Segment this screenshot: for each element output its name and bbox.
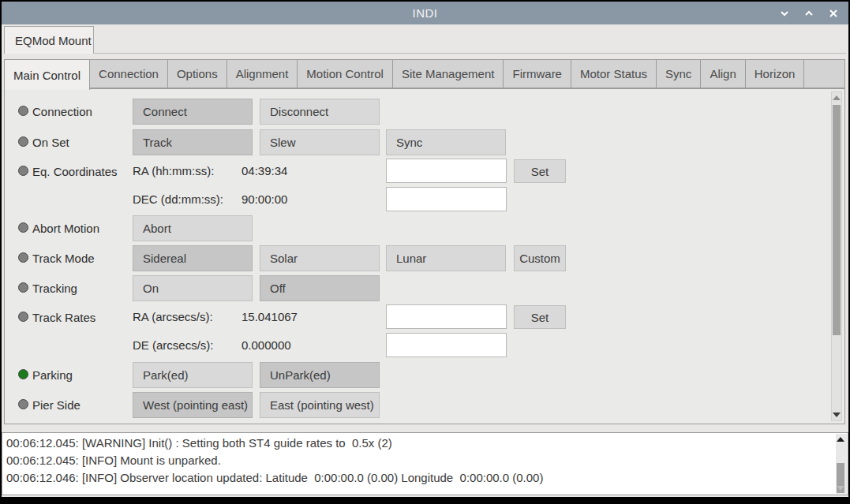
log-line: 00:06:12.045: [INFO] Mount is unparked. — [6, 452, 844, 469]
pier-side-led — [18, 399, 28, 409]
log-line: 00:06:12.045: [WARNING] Init() : Setting… — [6, 435, 844, 452]
titlebar[interactable]: INDI — [2, 2, 848, 24]
log-scroll-up-button[interactable] — [836, 434, 845, 445]
de-rate-name: DE (arcsecs/s): — [133, 333, 214, 357]
eq-coordinates-row: Eq. Coordinates RA (hh:mm:ss): 04:39:34 … — [5, 159, 844, 188]
track-mode-row: Track Mode Sidereal Solar Lunar Custom — [5, 245, 844, 274]
log-line: 00:06:12.046: [INFO] Observer location u… — [6, 469, 844, 487]
ra-coordinate-value: 04:39:34 — [242, 159, 287, 183]
minimize-icon[interactable] — [779, 8, 790, 19]
tab-site-management[interactable]: Site Management — [393, 59, 504, 88]
track-rates-row: Track Rates RA (arcsecs/s): 15.041067 Se… — [5, 304, 844, 334]
tab-motion-control[interactable]: Motion Control — [298, 59, 393, 88]
park-button[interactable]: Park(ed) — [133, 362, 253, 388]
tracking-off-button[interactable]: Off — [260, 275, 380, 301]
unpark-button[interactable]: UnPark(ed) — [260, 362, 380, 388]
tab-eqmod-mount[interactable]: EQMod Mount — [4, 26, 94, 54]
screen: INDI EQMod Mount Main Control Connection… — [0, 0, 850, 504]
abort-motion-label: Abort Motion — [32, 215, 99, 241]
indi-window: INDI EQMod Mount Main Control Connection… — [2, 2, 848, 497]
main-control-panel: Connection Connect Disconnect On Set Tra… — [4, 88, 845, 424]
ra-rate-name: RA (arcsecs/s): — [133, 304, 213, 329]
pier-east-button[interactable]: East (pointing west) — [260, 392, 380, 418]
parking-led — [18, 369, 28, 379]
tab-options[interactable]: Options — [168, 59, 227, 88]
abort-motion-led — [18, 222, 28, 233]
dec-coordinate-input[interactable] — [386, 187, 507, 211]
tab-firmware[interactable]: Firmware — [504, 59, 571, 88]
window-controls — [779, 2, 839, 24]
pier-side-label: Pier Side — [32, 392, 81, 418]
pier-west-button[interactable]: West (pointing east) — [133, 392, 253, 418]
set-track-rates-button[interactable]: Set — [514, 305, 566, 329]
connect-button[interactable]: Connect — [133, 99, 253, 125]
track-rates-label: Track Rates — [32, 304, 95, 330]
connection-row: Connection Connect Disconnect — [5, 99, 844, 128]
tab-sync[interactable]: Sync — [657, 59, 701, 88]
parking-label: Parking — [32, 362, 73, 388]
dec-coordinate-row: DEC (dd:mm:ss): 90:00:00 — [5, 187, 844, 216]
on-set-label: On Set — [32, 129, 69, 155]
panel-scrollbar[interactable] — [831, 91, 842, 421]
log-scrollbar[interactable] — [836, 434, 847, 494]
slew-button[interactable]: Slew — [260, 129, 380, 155]
track-mode-label: Track Mode — [32, 245, 95, 271]
tracking-led — [18, 282, 28, 293]
close-icon[interactable] — [828, 8, 839, 19]
tabbar-filler — [804, 59, 845, 88]
pier-side-row: Pier Side West (pointing east) East (poi… — [5, 392, 844, 421]
solar-button[interactable]: Solar — [260, 245, 380, 271]
disconnect-button[interactable]: Disconnect — [260, 99, 380, 125]
ra-coordinate-input[interactable] — [386, 159, 507, 183]
eq-coordinates-label: Eq. Coordinates — [32, 159, 118, 185]
eq-coordinates-led — [18, 166, 28, 176]
abort-motion-row: Abort Motion Abort — [5, 215, 844, 245]
de-rate-input[interactable] — [386, 333, 507, 357]
tab-alignment[interactable]: Alignment — [227, 59, 298, 88]
sidereal-button[interactable]: Sidereal — [133, 245, 253, 271]
log-area[interactable]: 00:06:12.045: [WARNING] Init() : Setting… — [2, 432, 848, 495]
sync-button[interactable]: Sync — [386, 129, 506, 155]
set-eq-coordinates-button[interactable]: Set — [514, 159, 566, 183]
tab-horizon[interactable]: Horizon — [746, 59, 805, 88]
ra-coordinate-name: RA (hh:mm:ss): — [133, 159, 214, 183]
track-button[interactable]: Track — [133, 129, 253, 155]
log-scroll-down-button[interactable] — [836, 483, 845, 494]
parking-row: Parking Park(ed) UnPark(ed) — [5, 362, 844, 391]
track-mode-led — [18, 252, 28, 263]
abort-button[interactable]: Abort — [133, 215, 253, 241]
notebook-divider — [93, 53, 846, 54]
tab-align[interactable]: Align — [701, 59, 745, 88]
tab-motor-status[interactable]: Motor Status — [571, 59, 657, 88]
tab-connection[interactable]: Connection — [90, 59, 168, 88]
connection-label: Connection — [32, 99, 92, 125]
dec-coordinate-name: DEC (dd:mm:ss): — [133, 187, 223, 211]
on-set-led — [18, 136, 28, 147]
tracking-label: Tracking — [32, 275, 77, 301]
ra-rate-value: 15.041067 — [242, 304, 298, 329]
group-tabbar: Main Control Connection Options Alignmen… — [4, 59, 845, 88]
panel-scroll-up-button[interactable] — [832, 92, 841, 103]
custom-button[interactable]: Custom — [514, 245, 566, 271]
tab-main-control[interactable]: Main Control — [4, 59, 90, 90]
on-set-row: On Set Track Slew Sync — [5, 129, 844, 159]
window-title: INDI — [413, 6, 438, 20]
maximize-icon[interactable] — [803, 8, 814, 19]
track-rates-led — [18, 312, 28, 322]
de-rate-row: DE (arcsecs/s): 0.000000 — [5, 333, 844, 362]
lunar-button[interactable]: Lunar — [386, 245, 506, 271]
panel-scrollbar-thumb[interactable] — [833, 105, 841, 335]
panel-scroll-down-button[interactable] — [832, 409, 841, 420]
connection-led — [18, 106, 28, 116]
tracking-row: Tracking On Off — [5, 275, 844, 304]
ra-rate-input[interactable] — [386, 304, 507, 329]
tracking-on-button[interactable]: On — [133, 275, 253, 301]
dec-coordinate-value: 90:00:00 — [242, 187, 287, 211]
de-rate-value: 0.000000 — [242, 333, 291, 357]
